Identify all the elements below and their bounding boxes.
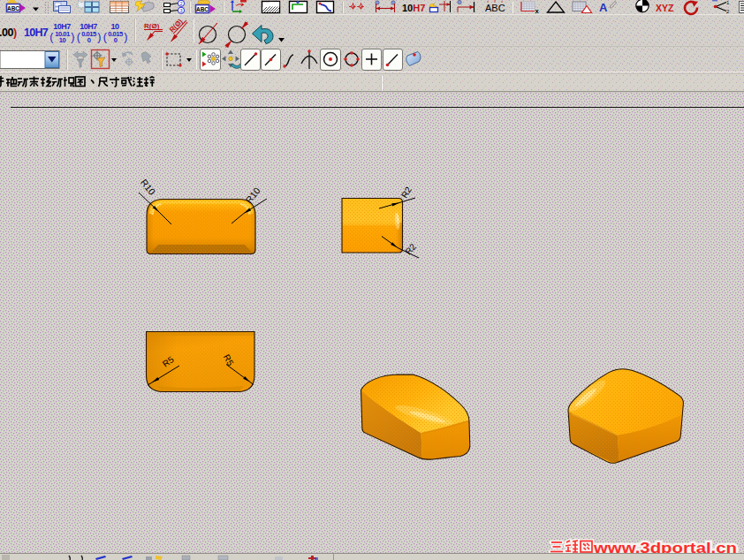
svg-text:R2: R2 xyxy=(399,185,414,200)
svg-text:R2: R2 xyxy=(403,241,418,256)
svg-text:R10: R10 xyxy=(139,177,158,197)
